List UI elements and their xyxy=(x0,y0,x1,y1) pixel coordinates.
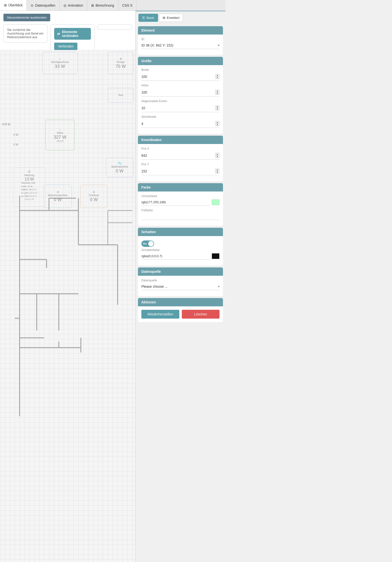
abgerundete-down[interactable]: ▼ xyxy=(215,108,220,110)
hohe-spinner: ▲ ▼ xyxy=(215,90,220,95)
hohe-up[interactable]: ▲ xyxy=(215,90,220,92)
aktionen-section: Aktionen Wiederherstellen Löschen xyxy=(138,298,223,322)
datenquelle-section-body: Datenquelle Please choose ... ▾ xyxy=(138,276,223,296)
abgerundete-input-wrap: ▲ ▼ xyxy=(141,104,220,112)
datenquelle-dropdown[interactable]: Please choose ... ▾ xyxy=(141,283,220,290)
datenquelle-section: Datenquelle Datenquelle Please choose ..… xyxy=(138,267,223,296)
room-haus: ⌂ Haus 327 W 465 W xyxy=(45,120,75,150)
wiederherstellen-button[interactable]: Wiederherstellen xyxy=(141,310,179,319)
schattenfarbe-label: Schattenfarbe xyxy=(141,248,220,252)
room-text: Text xyxy=(108,88,134,103)
posx-up[interactable]: ▲ xyxy=(215,153,220,155)
umrissfarbe-swatch[interactable] xyxy=(212,199,220,205)
partial-card xyxy=(98,24,132,30)
tab-overview[interactable]: ⊞ Überblick xyxy=(0,0,27,11)
posx-spinner: ▲ ▼ xyxy=(215,153,220,158)
posy-down[interactable]: ▼ xyxy=(215,171,220,174)
datasources-icon: ⊙ xyxy=(31,3,34,7)
abgerundete-field: Abgerundete Ecken ▲ ▼ xyxy=(141,99,220,112)
schatten-section: Schatten On Schattenfarbe xyxy=(138,228,223,265)
aktionen-section-header: Aktionen xyxy=(138,298,223,306)
strichbreite-input[interactable] xyxy=(141,122,215,126)
hide-controls-button[interactable]: Steuerelemente ausblenden xyxy=(3,14,50,21)
posy-input[interactable] xyxy=(141,169,215,173)
strichbreite-field: Strichbreite ▲ ▼ xyxy=(141,115,220,128)
posy-up[interactable]: ▲ xyxy=(215,168,220,171)
strichbreite-down[interactable]: ▼ xyxy=(215,124,220,126)
breite-up[interactable]: ▲ xyxy=(215,74,220,76)
abgerundete-input[interactable] xyxy=(141,106,215,110)
posx-label: Pos X xyxy=(141,147,220,150)
strichbreite-up[interactable]: ▲ xyxy=(215,121,220,123)
tab-css[interactable]: CSS S xyxy=(118,0,137,11)
id-dropdown-arrow: ▾ xyxy=(218,44,220,47)
toggle-label: On xyxy=(143,242,147,245)
tab-calculation[interactable]: ⊞ Berechnung xyxy=(87,0,118,11)
trockner-icon: ⊗ xyxy=(93,190,95,194)
datenquelle-field: Datenquelle Please choose ... ▾ xyxy=(141,279,220,290)
loschen-button[interactable]: Löschen xyxy=(182,310,220,319)
abgerundete-label: Abgerundete Ecken xyxy=(141,99,220,103)
breite-down[interactable]: ▼ xyxy=(215,77,220,79)
actions-row: Wiederherstellen Löschen xyxy=(138,306,223,322)
strichbreite-label: Strichbreite xyxy=(141,115,220,119)
hohe-input[interactable] xyxy=(141,90,215,94)
toggle-knob xyxy=(148,241,154,246)
posx-field: Pos X ▲ ▼ xyxy=(141,147,220,160)
power-479: 479 W xyxy=(2,123,11,126)
dachgeschoss-icon: ⌂ xyxy=(59,57,61,60)
breite-label: Breite xyxy=(141,68,220,72)
tab-basic[interactable]: ☰ Basic xyxy=(138,14,158,22)
room-dachgeschoss: ⌂ Dachgeschoss 33 W xyxy=(42,52,78,74)
schattenfarbe-input[interactable] xyxy=(141,253,210,260)
posx-input[interactable] xyxy=(141,154,215,157)
fullfarbe-input[interactable] xyxy=(141,213,220,220)
tab-datasources[interactable]: ⊙ Datenquellen xyxy=(27,0,60,11)
element-section: Element ID ID 36 (X: 842 Y: 152) ▾ xyxy=(138,26,223,55)
schattenfarbe-row xyxy=(141,253,220,260)
left-panel: Steuerelemente ausblenden Sie zunächst d… xyxy=(0,11,135,562)
size-section-body: Breite ▲ ▼ Höhe ▲ ▼ xyxy=(138,65,223,134)
top-navigation: ⊞ Überblick ⊙ Datenquellen ◎ Animation ⊞… xyxy=(0,0,225,11)
fullfarbe-field: Füllfarbe xyxy=(141,209,220,220)
id-dropdown[interactable]: ID 36 (X: 842 Y: 152) ▾ xyxy=(141,42,220,49)
connect-card-header: ⇄ Elemente verbinden xyxy=(54,28,91,40)
koordinaten-section-header: Koordinaten xyxy=(138,136,223,144)
tab-erweitert[interactable]: ⊞ Erweitert xyxy=(159,14,183,22)
umrissfarbe-field: Umrissfarbe xyxy=(141,194,220,206)
connect-button[interactable]: Verbinden xyxy=(54,43,77,50)
hohe-label: Höhe xyxy=(141,84,220,87)
koordinaten-section-body: Pos X ▲ ▼ Pos Y ▲ ▼ xyxy=(138,144,223,181)
breite-field: Breite ▲ ▼ xyxy=(141,68,220,81)
posx-down[interactable]: ▼ xyxy=(215,155,220,158)
design-icon: 🖥 xyxy=(119,57,122,60)
right-panel: Konfiguration des Elements ✕ ☰ Basic ⊞ E… xyxy=(135,0,225,562)
umrissfarbe-row xyxy=(141,199,220,206)
room-spuelmaschine: 🫧 Spülmaschine 0 W xyxy=(106,158,133,177)
koordinaten-section: Koordinaten Pos X ▲ ▼ Pos Y ▲ xyxy=(138,136,223,181)
schattenfarbe-swatch[interactable] xyxy=(212,253,220,259)
breite-input-wrap: ▲ ▼ xyxy=(141,72,220,81)
room-design: 🖥 Design 75 W xyxy=(108,52,134,74)
posy-field: Pos Y ▲ ▼ xyxy=(141,163,220,175)
waschmaschine-icon: ⊕ xyxy=(57,190,59,194)
hohe-down[interactable]: ▼ xyxy=(215,92,220,95)
posy-input-wrap: ▲ ▼ xyxy=(141,167,220,175)
fullfarbe-row xyxy=(141,213,220,220)
abgerundete-up[interactable]: ▲ xyxy=(215,105,220,108)
room-waschmaschine: ⊕ Waschmaschine 0 W xyxy=(44,185,72,208)
umrissfarbe-input[interactable] xyxy=(141,199,210,206)
tab-animation[interactable]: ◎ Animation xyxy=(60,0,87,11)
schatten-section-body: On Schattenfarbe xyxy=(138,236,223,265)
floorplan: ⌂ Dachgeschoss 33 W 🖥 Design 75 W Text 4… xyxy=(0,50,135,562)
room-heizung: ⚙ Heizung 13 W Heizstab 0 kWInnen 13 WKa… xyxy=(13,167,46,207)
calculation-icon: ⊞ xyxy=(91,3,94,7)
schatten-toggle[interactable]: On xyxy=(141,240,154,247)
breite-spinner: ▲ ▼ xyxy=(215,74,220,79)
umrissfarbe-label: Umrissfarbe xyxy=(141,194,220,198)
fullfarbe-label: Füllfarbe xyxy=(141,209,220,212)
breite-input[interactable] xyxy=(141,75,215,79)
room-trockner: ⊗ Trockner 0 W xyxy=(80,185,107,208)
strichbreite-input-wrap: ▲ ▼ xyxy=(141,120,220,128)
posy-label: Pos Y xyxy=(141,163,220,166)
